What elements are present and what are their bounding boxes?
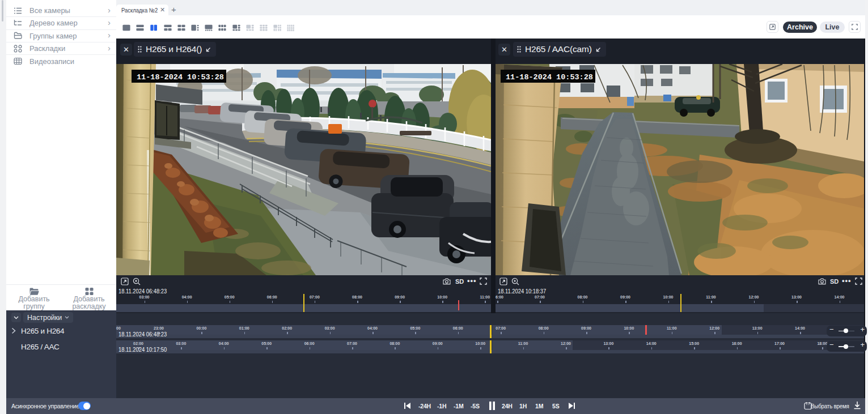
svg-text:11-18-2024 10:53:28: 11-18-2024 10:53:28 — [137, 73, 224, 82]
svg-text:11-18-2024 10:53:28: 11-18-2024 10:53:28 — [506, 73, 593, 82]
